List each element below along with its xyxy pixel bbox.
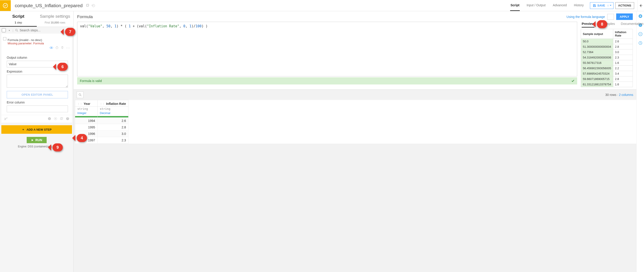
- left-tab-sample[interactable]: Sample settings: [37, 11, 74, 20]
- svg-text:i: i: [49, 117, 50, 120]
- formula-option-box[interactable]: [607, 14, 614, 20]
- preview-tab-examples[interactable]: Examples: [600, 22, 615, 27]
- svg-point-6: [51, 47, 52, 48]
- formula-help-link[interactable]: Using the formula language: [567, 15, 605, 18]
- preview-tab-preview[interactable]: Preview: [582, 22, 594, 27]
- trash-icon[interactable]: [61, 46, 64, 49]
- expression-label: Expression: [7, 70, 68, 73]
- preview-header[interactable]: Inflation Rate: [613, 29, 632, 39]
- data-cell[interactable]: 1994: [75, 117, 98, 124]
- preview-cell: 2.3: [613, 55, 632, 60]
- rail-clock-icon[interactable]: [638, 41, 643, 45]
- tab-script[interactable]: Script: [510, 0, 520, 11]
- topbar-tabs: Script Input / Output Advanced History: [510, 0, 584, 11]
- sample-size[interactable]: First 10,000 rows: [37, 20, 74, 27]
- left-panel: Script Sample settings 1 step First 10,0…: [0, 11, 74, 272]
- data-cell[interactable]: 1996: [75, 130, 98, 137]
- add-step-button[interactable]: ＋ ADD A NEW STEP: [1, 125, 72, 134]
- eye-icon[interactable]: [50, 46, 53, 49]
- data-search-button[interactable]: [77, 91, 84, 98]
- preview-cell: 54.318492000000006: [581, 55, 613, 60]
- preview-cell: 50.0: [581, 39, 613, 44]
- select-all-steps-checkbox[interactable]: [2, 28, 6, 32]
- search-icon: [15, 29, 18, 32]
- brand-logo[interactable]: [0, 0, 11, 11]
- svg-rect-13: [61, 117, 63, 119]
- preview-cell: 2.2: [613, 66, 632, 71]
- column-type: string: [98, 107, 128, 111]
- preview-tabs: Preview Examples Documentation: [581, 22, 633, 27]
- right-panel: Formula Using the formula language APPLY…: [74, 11, 636, 272]
- svg-point-18: [79, 94, 81, 95]
- left-tab-script[interactable]: Script: [0, 11, 37, 20]
- collapse-icon[interactable]: [637, 0, 644, 11]
- column-header[interactable]: ⋮⋮Inflation Rate: [98, 100, 128, 107]
- steps-dropdown-icon[interactable]: ▾: [8, 29, 11, 31]
- step-item[interactable]: ⋮⋮ Formula (invalid - no desc) Missing p…: [1, 34, 72, 53]
- data-cell[interactable]: 1997: [75, 137, 98, 143]
- side-rail: i: [636, 11, 644, 272]
- preview-cell: 3.0: [613, 49, 632, 55]
- save-icon: [593, 4, 596, 7]
- copy-step-icon[interactable]: [60, 117, 63, 121]
- step-count[interactable]: 1 step: [0, 20, 37, 27]
- column-header[interactable]: ⋮⋮Year: [75, 100, 98, 107]
- history-icon[interactable]: [92, 4, 95, 7]
- data-cell[interactable]: 2.6: [98, 117, 128, 124]
- preview-cell: 52.7364: [581, 49, 613, 55]
- preview-header[interactable]: Sample output: [581, 29, 613, 39]
- gear-icon: [53, 145, 56, 148]
- apply-button[interactable]: APPLY: [616, 13, 633, 20]
- column-meaning[interactable]: Decimal: [98, 111, 128, 116]
- rail-chat-icon[interactable]: [638, 32, 643, 36]
- search-steps-input[interactable]: [20, 28, 72, 32]
- check-icon: [571, 79, 574, 82]
- tab-history[interactable]: History: [574, 0, 584, 11]
- svg-point-11: [55, 118, 56, 119]
- output-column-input[interactable]: [7, 61, 68, 67]
- copy-icon[interactable]: [86, 4, 89, 7]
- more-icon[interactable]: ···: [66, 46, 70, 49]
- power-icon[interactable]: [56, 46, 58, 49]
- column-type: string: [75, 107, 98, 111]
- preview-cell: 1.6: [613, 60, 632, 66]
- tab-advanced[interactable]: Advanced: [552, 0, 567, 11]
- save-button[interactable]: SAVE: [590, 2, 613, 9]
- rail-add-icon[interactable]: [638, 14, 643, 18]
- info-icon[interactable]: i: [48, 117, 51, 121]
- column-meaning[interactable]: Integer: [75, 111, 98, 116]
- preview-cell: 51.300000000000004: [581, 44, 613, 49]
- svg-point-4: [16, 29, 17, 31]
- preview-cell: 3.4: [613, 71, 632, 76]
- formula-editor[interactable]: val("Value", 50, 1) * ( 1 + (val("Inflat…: [77, 22, 577, 76]
- formula-title: Formula: [77, 14, 93, 19]
- page-title: compute_US_Inflation_prepared: [15, 3, 82, 8]
- data-cell[interactable]: 3.0: [98, 130, 128, 137]
- formula-valid-banner: Formula is valid: [77, 77, 577, 84]
- actions-button[interactable]: ACTIONS: [615, 2, 634, 9]
- data-cell[interactable]: 2.3: [98, 137, 128, 143]
- engine-info[interactable]: Engine: DSS (containerized): [0, 144, 73, 149]
- preview-cell: 2.8: [613, 76, 632, 82]
- data-table: ⋮⋮Year⋮⋮Inflation RatestringstringIntege…: [75, 100, 128, 144]
- color-icon[interactable]: [54, 117, 57, 121]
- preview-cell: 56.456902393056005: [581, 66, 613, 71]
- formula-x2-icon[interactable]: X2: [4, 117, 8, 121]
- step-title: Formula (invalid - no desc): [8, 38, 70, 42]
- preview-cell: 2.8: [613, 44, 632, 49]
- svg-rect-2: [87, 4, 89, 6]
- tab-io[interactable]: Input / Output: [526, 0, 546, 11]
- help-icon[interactable]: ?: [66, 117, 69, 121]
- data-cell[interactable]: 2.8: [98, 124, 128, 130]
- preview-tab-docs[interactable]: Documentation: [621, 22, 644, 27]
- open-editor-button[interactable]: OPEN EDITOR PANEL: [7, 91, 68, 98]
- step-checkbox[interactable]: [3, 37, 6, 40]
- save-dropdown[interactable]: [608, 5, 613, 6]
- error-column-input[interactable]: [7, 106, 68, 112]
- expression-textarea[interactable]: [7, 75, 68, 88]
- step-form: Output column Expression OPEN EDITOR PAN…: [1, 53, 72, 115]
- data-cell[interactable]: 1995: [75, 124, 98, 130]
- run-button[interactable]: RUN: [27, 137, 47, 143]
- output-column-label: Output column: [7, 56, 68, 59]
- topbar: compute_US_Inflation_prepared Script Inp…: [0, 0, 644, 11]
